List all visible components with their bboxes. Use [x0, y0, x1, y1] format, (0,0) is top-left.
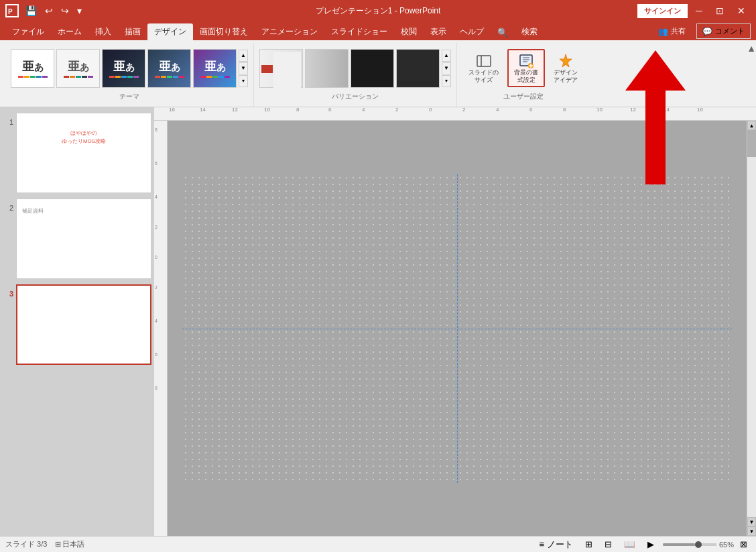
- zoom-thumb[interactable]: [695, 541, 702, 548]
- share-icon: 👥: [658, 27, 668, 36]
- scroll-down-button[interactable]: ▼: [747, 517, 756, 527]
- tab-design[interactable]: デザイン: [147, 23, 193, 40]
- title-bar-right: サインイン ─ ⊡ ✕: [637, 4, 751, 18]
- signin-button[interactable]: サインイン: [637, 4, 688, 18]
- tab-draw[interactable]: 描画: [118, 23, 147, 40]
- tab-search[interactable]: 検索: [515, 23, 544, 40]
- themes-group: 亜あ 亜あ 亜あ: [5, 43, 254, 107]
- comment-button[interactable]: 💬 コメント: [696, 23, 751, 39]
- normal-view-button[interactable]: ⊞: [582, 537, 596, 551]
- slide-2-container: 2 補足資料: [3, 199, 151, 279]
- tab-help[interactable]: ヘルプ: [453, 23, 491, 40]
- slide-sorter-button[interactable]: ⊟: [601, 537, 615, 551]
- variation-item-2[interactable]: [305, 49, 349, 88]
- variation-more[interactable]: ▾: [442, 75, 451, 87]
- svg-text:P: P: [8, 8, 13, 15]
- scroll-more-down[interactable]: ▼: [747, 527, 756, 536]
- theme-scroll-down[interactable]: ▼: [239, 62, 248, 74]
- quick-access-toolbar: 💾 ↩ ↪ ▾: [23, 4, 84, 17]
- reading-view-button[interactable]: 📖: [621, 537, 639, 551]
- slide-size-button[interactable]: スライドのサイズ: [462, 50, 505, 87]
- redo-button[interactable]: ↪: [58, 4, 72, 17]
- theme-item-2[interactable]: 亜あ: [56, 49, 100, 88]
- customize-button[interactable]: ▾: [74, 4, 84, 17]
- slide-count: スライド 3/3: [5, 539, 47, 549]
- tab-review[interactable]: 校閲: [394, 23, 424, 40]
- theme-scroll: ▲ ▼ ▾: [239, 50, 248, 87]
- slide-3-number: 3: [3, 290, 13, 298]
- ruler-vertical: 8 6 4 2 0 2 4 6 8: [154, 121, 168, 536]
- slide-3-main[interactable]: [182, 174, 732, 483]
- tab-file[interactable]: ファイル: [5, 23, 51, 40]
- zoom-slider[interactable]: [663, 543, 716, 546]
- scroll-up-button[interactable]: ▲: [747, 121, 756, 130]
- window-title: プレゼンテーション1 - PowerPoint: [316, 5, 441, 17]
- slide-2-thumbnail[interactable]: 補足資料: [16, 199, 151, 279]
- theme-more[interactable]: ▾: [239, 75, 248, 87]
- zoom-control: 65% ⊠: [663, 537, 751, 551]
- background-format-button[interactable]: 背景の書式設定: [507, 49, 545, 88]
- slide-3-container: 3: [3, 284, 151, 365]
- scroll-track: [747, 130, 756, 517]
- ribbon-collapse-area: ▲: [747, 43, 756, 54]
- design-ideas-button[interactable]: デザインアイデア: [548, 50, 584, 87]
- slide-1-number: 1: [3, 118, 13, 126]
- user-setting-buttons: スライドのサイズ 背景の書式設定 デ: [462, 46, 584, 91]
- powerpoint-icon: P: [5, 4, 19, 17]
- theme-scroll-up[interactable]: ▲: [239, 50, 248, 62]
- theme-item-5[interactable]: 亜あ: [193, 49, 237, 88]
- theme-item-4[interactable]: 亜あ: [147, 49, 191, 88]
- bg-format-label: 背景の書式設定: [514, 69, 538, 84]
- guide-horizontal: [182, 329, 732, 329]
- scroll-thumb[interactable]: [747, 130, 756, 157]
- language-icon: ⊞: [55, 540, 61, 549]
- theme-item-3[interactable]: 亜あ: [102, 49, 145, 88]
- ribbon-content: 亜あ 亜あ 亜あ: [0, 40, 756, 107]
- design-ideas-label: デザインアイデア: [554, 69, 578, 84]
- comment-icon: 💬: [702, 27, 712, 36]
- zoom-level: 65%: [719, 541, 734, 549]
- tab-view[interactable]: 表示: [424, 23, 453, 40]
- variation-scroll-up[interactable]: ▲: [442, 50, 451, 62]
- tab-home[interactable]: ホーム: [51, 23, 88, 40]
- variation-item-3[interactable]: [351, 49, 394, 88]
- ribbon-collapse-button[interactable]: ▲: [747, 43, 756, 54]
- tab-insert[interactable]: 挿入: [88, 23, 118, 40]
- language-indicator: ⊞ 日本語: [55, 539, 84, 549]
- variation-label: バリエーション: [332, 92, 379, 104]
- variation-group: ▲ ▼ ▾ バリエーション: [254, 43, 457, 107]
- tab-animations[interactable]: アニメーション: [255, 23, 324, 40]
- slide-panel: 1 ほやほやのゆったりMOS攻略 2 補足資料 3: [0, 107, 154, 536]
- themes-gallery: 亜あ 亜あ 亜あ: [11, 46, 248, 91]
- themes-label: テーマ: [119, 92, 139, 104]
- notes-icon: ≡: [539, 539, 544, 549]
- canvas-main: 8 6 4 2 0 2 4 6 8: [154, 121, 756, 536]
- share-button[interactable]: 👥 共有: [651, 24, 692, 38]
- slide-3-thumbnail[interactable]: [16, 284, 151, 365]
- variation-scroll-down[interactable]: ▼: [442, 62, 451, 74]
- zoom-fit-button[interactable]: ⊠: [737, 537, 751, 551]
- tab-transitions[interactable]: 画面切り替え: [193, 23, 255, 40]
- ruler-horizontal: 16 14 12 10 8 6 4 2 0 2 4 6 8 10 12 14 1…: [154, 107, 756, 121]
- slide-2-title: 補足資料: [22, 207, 145, 215]
- variation-item-1[interactable]: [259, 49, 303, 88]
- save-button[interactable]: 💾: [23, 4, 40, 17]
- slide-2-content: 補足資料: [17, 199, 151, 278]
- restore-button[interactable]: ⊡: [710, 4, 729, 17]
- main-area: 1 ほやほやのゆったりMOS攻略 2 補足資料 3: [0, 107, 756, 536]
- notes-button[interactable]: ≡ ノート: [536, 537, 576, 553]
- minimize-button[interactable]: ─: [690, 4, 708, 17]
- theme-item-1[interactable]: 亜あ: [11, 49, 54, 88]
- slideshow-button[interactable]: ▶: [644, 537, 657, 551]
- ribbon-tabs: ファイル ホーム 挿入 描画 デザイン 画面切り替え アニメーション スライドシ…: [0, 21, 756, 40]
- canvas-area: 16 14 12 10 8 6 4 2 0 2 4 6 8 10 12 14 1…: [154, 107, 756, 536]
- undo-button[interactable]: ↩: [42, 4, 56, 17]
- close-button[interactable]: ✕: [732, 4, 751, 17]
- title-bar-left: P 💾 ↩ ↪ ▾: [5, 4, 84, 17]
- variation-item-4[interactable]: [396, 49, 440, 88]
- variation-gallery: ▲ ▼ ▾: [259, 46, 451, 91]
- tab-slideshow[interactable]: スライドショー: [324, 23, 394, 40]
- tab-search-icon[interactable]: 🔍: [491, 25, 515, 40]
- slide-1-thumbnail[interactable]: ほやほやのゆったりMOS攻略: [16, 113, 151, 193]
- status-right: ≡ ノート ⊞ ⊟ 📖 ▶ 65% ⊠: [536, 537, 751, 553]
